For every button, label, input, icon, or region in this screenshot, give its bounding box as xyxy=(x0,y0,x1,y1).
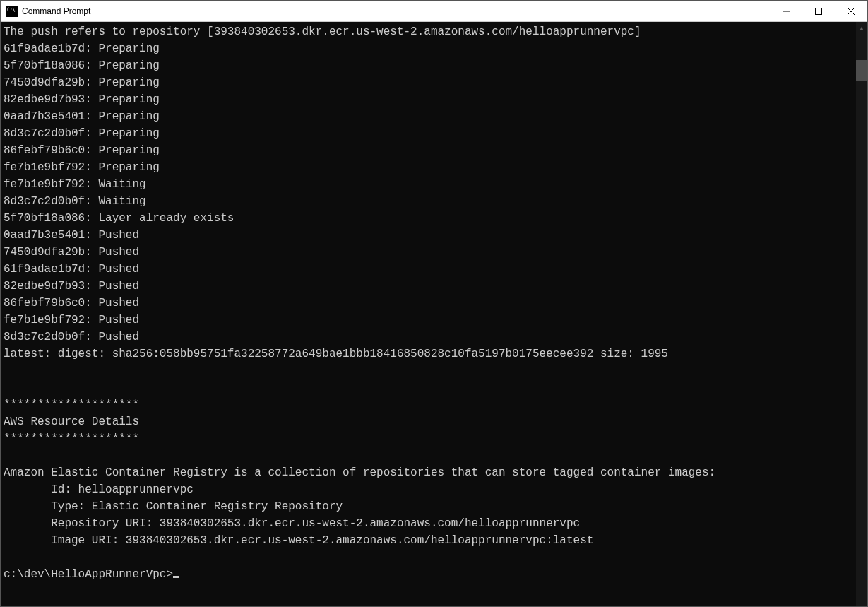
terminal-line: 0aad7b3e5401: Pushed xyxy=(4,227,853,244)
terminal-line: 86febf79b6c0: Pushed xyxy=(4,295,853,312)
terminal-prompt-line: c:\dev\HelloAppRunnerVpc> xyxy=(4,566,853,583)
terminal-line: 5f70bf18a086: Layer already exists xyxy=(4,210,853,227)
terminal-line: 8d3c7c2d0b0f: Waiting xyxy=(4,193,853,210)
terminal-line: 61f9adae1b7d: Pushed xyxy=(4,261,853,278)
terminal-line: Type: Elastic Container Registry Reposit… xyxy=(4,498,853,515)
terminal-line: Id: helloapprunnervpc xyxy=(4,481,853,498)
terminal-line: Repository URI: 393840302653.dkr.ecr.us-… xyxy=(4,515,853,532)
window-controls xyxy=(770,1,867,21)
terminal-prompt: c:\dev\HelloAppRunnerVpc> xyxy=(4,568,173,581)
terminal-line xyxy=(4,363,853,379)
cmd-icon xyxy=(6,6,18,17)
terminal-line: 86febf79b6c0: Preparing xyxy=(4,142,853,159)
svg-rect-1 xyxy=(816,8,822,14)
scroll-up-arrow[interactable]: ▲ xyxy=(856,22,867,34)
terminal-area: The push refers to repository [393840302… xyxy=(1,22,867,606)
terminal-line: 7450d9dfa29b: Preparing xyxy=(4,74,853,91)
scroll-thumb[interactable] xyxy=(856,60,867,81)
terminal-line: fe7b1e9bf792: Preparing xyxy=(4,159,853,176)
minimize-button[interactable] xyxy=(770,1,802,21)
terminal-line: AWS Resource Details xyxy=(4,413,853,430)
terminal-line xyxy=(4,549,853,566)
terminal-line: ******************** xyxy=(4,430,853,447)
window-title: Command Prompt xyxy=(22,6,770,16)
terminal-line: Amazon Elastic Container Registry is a c… xyxy=(4,464,853,481)
terminal-line: 0aad7b3e5401: Preparing xyxy=(4,108,853,125)
terminal-output[interactable]: The push refers to repository [393840302… xyxy=(1,22,856,606)
terminal-line: latest: digest: sha256:058bb95751fa32258… xyxy=(4,346,853,363)
terminal-line: 82edbe9d7b93: Preparing xyxy=(4,91,853,108)
maximize-button[interactable] xyxy=(802,1,835,21)
terminal-line xyxy=(4,447,853,464)
terminal-line: fe7b1e9bf792: Pushed xyxy=(4,312,853,329)
terminal-line: Image URI: 393840302653.dkr.ecr.us-west-… xyxy=(4,532,853,549)
close-button[interactable] xyxy=(835,1,867,21)
terminal-line: The push refers to repository [393840302… xyxy=(4,23,853,40)
window-titlebar: Command Prompt xyxy=(1,1,867,22)
terminal-line: fe7b1e9bf792: Waiting xyxy=(4,176,853,193)
terminal-line: 8d3c7c2d0b0f: Pushed xyxy=(4,329,853,346)
terminal-line xyxy=(4,379,853,396)
terminal-cursor xyxy=(173,576,179,578)
terminal-line: 61f9adae1b7d: Preparing xyxy=(4,40,853,57)
vertical-scrollbar[interactable]: ▲ xyxy=(856,22,867,606)
terminal-line: 8d3c7c2d0b0f: Preparing xyxy=(4,125,853,142)
terminal-line: 5f70bf18a086: Preparing xyxy=(4,57,853,74)
terminal-line: 7450d9dfa29b: Pushed xyxy=(4,244,853,261)
terminal-line: ******************** xyxy=(4,396,853,413)
terminal-line: 82edbe9d7b93: Pushed xyxy=(4,278,853,295)
